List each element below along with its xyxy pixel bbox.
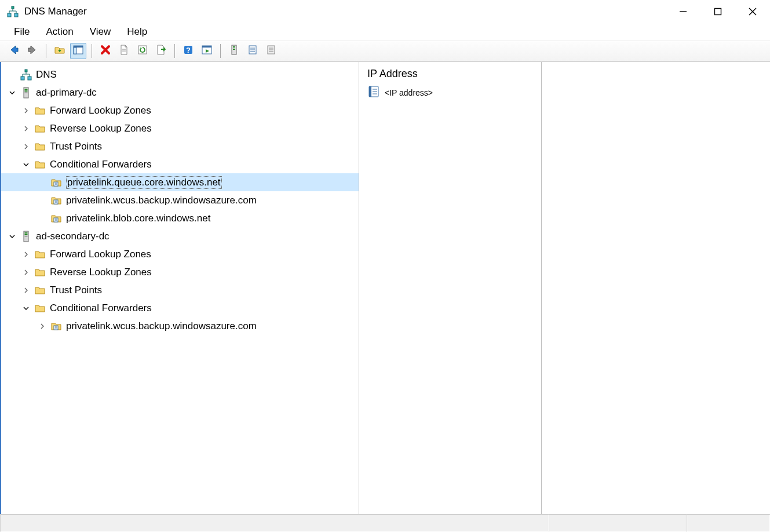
help-icon: ? (183, 44, 194, 58)
tree-node[interactable]: privatelink.queue.core.windows.net (1, 173, 359, 191)
titlebar: DNS Manager (0, 0, 770, 23)
tree-node-label: ad-secondary-dc (36, 231, 110, 242)
refresh-button[interactable] (134, 43, 151, 59)
svg-text:?: ? (186, 46, 191, 54)
tree-pane[interactable]: DNSad-primary-dcForward Lookup ZonesReve… (1, 62, 359, 514)
tree-node-label: Forward Lookup Zones (50, 105, 151, 116)
expand-icon[interactable] (21, 285, 31, 296)
svg-rect-38 (28, 76, 31, 80)
folder-icon (34, 284, 46, 297)
details-pane: IP Address <IP address> (359, 62, 770, 514)
expand-icon[interactable] (21, 267, 31, 278)
server-a-button[interactable] (226, 43, 242, 59)
server-b-icon (247, 44, 258, 58)
tree-node[interactable]: Reverse Lookup Zones (1, 119, 359, 137)
folder-icon (34, 104, 46, 117)
collapse-icon[interactable] (21, 159, 31, 170)
svg-rect-0 (12, 6, 14, 9)
tree-node-label: privatelink.wcus.backup.windowsazure.com (66, 320, 257, 332)
folder-icon (34, 158, 46, 171)
refresh-icon (137, 44, 148, 58)
tree-node[interactable]: Forward Lookup Zones (1, 101, 359, 119)
tree-node-label: privatelink.queue.core.windows.net (66, 176, 222, 189)
tree-node[interactable]: privatelink.blob.core.windows.net (1, 209, 359, 227)
tree-node-label: Reverse Lookup Zones (50, 267, 152, 278)
svg-rect-53 (25, 232, 28, 234)
tree-node-label: Trust Points (50, 285, 102, 296)
minimize-button[interactable] (666, 0, 700, 23)
svg-rect-32 (25, 70, 27, 72)
detail-item[interactable]: <IP address> (366, 83, 534, 101)
expand-icon[interactable] (21, 105, 31, 116)
close-button[interactable] (735, 0, 770, 23)
tree-node[interactable]: ad-secondary-dc (1, 227, 359, 245)
svg-rect-20 (202, 46, 211, 48)
tree-node-label: Forward Lookup Zones (50, 249, 151, 260)
dns-manager-icon (7, 6, 19, 17)
tree-node[interactable]: Trust Points (1, 281, 359, 299)
up-button[interactable] (52, 43, 68, 59)
detail-item-label: <IP address> (385, 88, 433, 97)
svg-rect-37 (21, 76, 24, 80)
show-hide-tree-button[interactable] (70, 43, 86, 59)
svg-rect-42 (25, 92, 28, 93)
window-title: DNS Manager (24, 6, 666, 17)
status-cell (549, 515, 687, 532)
folder-icon (34, 140, 46, 153)
maximize-button[interactable] (700, 0, 735, 23)
tree-root-label: DNS (36, 69, 57, 81)
server-b-button[interactable] (244, 43, 261, 59)
expand-icon[interactable] (21, 123, 31, 134)
status-cell (687, 515, 770, 532)
tree-node[interactable]: Forward Lookup Zones (1, 245, 359, 263)
main-area: DNSad-primary-dcForward Lookup ZonesReve… (0, 61, 770, 515)
export-icon (155, 44, 167, 58)
tree-node-label: Reverse Lookup Zones (50, 123, 152, 134)
menu-action[interactable]: Action (38, 24, 81, 39)
svg-rect-5 (8, 13, 11, 17)
folder-icon (34, 248, 46, 261)
page-icon (118, 44, 130, 58)
server-icon (20, 230, 32, 243)
export-list-button[interactable] (153, 43, 169, 59)
folder-icon (34, 302, 46, 315)
tree-node[interactable]: Reverse Lookup Zones (1, 263, 359, 281)
forwarder-icon (50, 194, 63, 207)
statusbar (0, 515, 770, 532)
delete-icon (100, 44, 111, 58)
toolbar-separator (46, 44, 46, 58)
menu-view[interactable]: View (82, 24, 119, 39)
launch-nslookup-button[interactable] (199, 43, 215, 59)
tree-root[interactable]: DNS (1, 65, 359, 83)
record-icon (367, 85, 380, 100)
collapse-icon[interactable] (21, 303, 31, 314)
svg-rect-23 (233, 49, 235, 50)
delete-button[interactable] (97, 43, 114, 59)
expand-icon[interactable] (37, 321, 48, 331)
help-button[interactable]: ? (180, 43, 196, 59)
column-header-ip[interactable]: IP Address (366, 67, 534, 83)
expand-icon[interactable] (21, 249, 31, 260)
menu-file[interactable]: File (6, 24, 38, 39)
svg-rect-22 (233, 46, 235, 48)
expand-icon[interactable] (21, 141, 31, 152)
collapse-icon[interactable] (7, 231, 17, 242)
menu-help[interactable]: Help (119, 24, 155, 39)
collapse-icon[interactable] (7, 88, 17, 98)
window-play-icon (201, 44, 213, 58)
tree-node[interactable]: privatelink.wcus.backup.windowsazure.com (1, 317, 359, 335)
tree-node[interactable]: Trust Points (1, 137, 359, 155)
tree-node-label: Trust Points (50, 141, 102, 152)
dns-root-icon (20, 68, 32, 81)
properties-button[interactable] (116, 43, 132, 59)
tree-node-label: ad-primary-dc (36, 87, 97, 99)
status-cell (0, 515, 549, 532)
tree-node[interactable]: Conditional Forwarders (1, 299, 359, 317)
forwarder-icon (50, 320, 63, 333)
server-c-button[interactable] (263, 43, 279, 59)
tree-node[interactable]: Conditional Forwarders (1, 155, 359, 173)
tree-node[interactable]: privatelink.wcus.backup.windowsazure.com (1, 191, 359, 209)
back-button[interactable] (6, 43, 22, 59)
tree-node[interactable]: ad-primary-dc (1, 83, 359, 101)
forward-button[interactable] (24, 43, 41, 59)
